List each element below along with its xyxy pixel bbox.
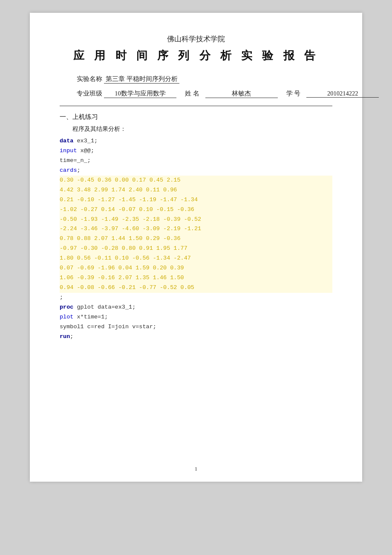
code-line-data: data ex3_1;	[60, 136, 332, 146]
code-line-cards: cards;	[60, 166, 332, 176]
data-line-7: 0.78 0.88 2.07 1.44 1.50 0.29 -0.36	[60, 234, 332, 244]
kw-plot: plot	[60, 314, 73, 320]
data-line-5: -0.50 -1.93 -1.49 -2.35 -2.18 -0.39 -0.5…	[60, 215, 332, 225]
data-line-11: 1.06 -0.39 -0.16 2.07 1.35 1.46 1.50	[60, 273, 332, 283]
code-block: data ex3_1; input x@@; time=_n_; cards; …	[60, 136, 332, 342]
code-line-symbol: symbol1 c=red I=join v=star;	[60, 322, 332, 332]
sub-title: 程序及其结果分析：	[60, 125, 332, 133]
code-semicolon: ;	[60, 293, 332, 303]
kw-data: data	[60, 138, 73, 144]
major-value: 10数学与应用数学	[104, 90, 176, 98]
data-line-12: 0.94 -0.08 -0.66 -0.21 -0.77 -0.52 0.05	[60, 283, 332, 293]
name-value: 林敏杰	[205, 90, 278, 98]
id-label: 学 号	[286, 90, 301, 98]
code-cards-rest: ;	[77, 167, 81, 173]
data-line-6: -2.24 -3.46 -3.97 -4.60 -3.09 -2.19 -1.2…	[60, 224, 332, 234]
code-plot-rest: x*time=1;	[73, 314, 108, 320]
code-line-time: time=_n_;	[60, 156, 332, 166]
kw-cards: cards	[60, 167, 77, 173]
kw-input: input	[60, 147, 77, 154]
experiment-info-line: 实验名称 第三章 平稳时间序列分析	[60, 75, 332, 84]
data-line-2: 4.42 3.48 2.99 1.74 2.40 0.11 0.96	[60, 185, 332, 195]
code-data-rest: ex3_1;	[73, 138, 98, 144]
id-value: 2010214222	[306, 90, 379, 98]
data-line-8: -0.97 -0.30 -0.28 0.80 0.91 1.95 1.77	[60, 244, 332, 254]
data-line-10: 0.07 -0.69 -1.96 0.04 1.59 0.20 0.39	[60, 263, 332, 273]
code-proc-rest: gplot data=ex3_1;	[73, 304, 135, 310]
data-line-3: 0.21 -0.10 -1.27 -1.45 -1.19 -1.47 -1.34	[60, 195, 332, 205]
data-line-4: -1.02 -0.27 0.14 -0.07 0.10 -0.15 -0.36	[60, 205, 332, 215]
report-title: 应 用 时 间 序 列 分 析 实 验 报 告	[60, 48, 332, 63]
data-line-9: 1.80 0.56 -0.11 0.10 -0.56 -1.34 -2.47	[60, 254, 332, 263]
code-line-proc: proc gplot data=ex3_1;	[60, 303, 332, 312]
data-line-1: 0.30 -0.45 0.36 0.00 0.17 0.45 2.15	[60, 176, 332, 185]
code-line-input: input x@@;	[60, 146, 332, 156]
document-page: 佛山科学技术学院 应 用 时 间 序 列 分 析 实 验 报 告 实验名称 第三…	[30, 13, 362, 482]
page-number: 1	[195, 465, 198, 472]
student-info-line: 专业班级 10数学与应用数学 姓 名 林敏杰 学 号 2010214222	[60, 90, 332, 98]
code-line-plot: plot x*time=1;	[60, 312, 332, 322]
code-run-rest: ;	[70, 333, 73, 340]
experiment-value: 第三章 平稳时间序列分析	[104, 75, 179, 84]
kw-run: run	[60, 333, 70, 340]
divider	[60, 106, 332, 106]
section1-title: 一、上机练习	[60, 113, 332, 121]
major-label: 专业班级	[77, 90, 102, 98]
kw-proc: proc	[60, 304, 73, 310]
code-input-rest: x@@;	[77, 147, 95, 154]
code-line-run: run;	[60, 332, 332, 342]
name-label: 姓 名	[185, 90, 199, 98]
university-title: 佛山科学技术学院	[60, 34, 332, 44]
experiment-label: 实验名称	[77, 75, 102, 83]
